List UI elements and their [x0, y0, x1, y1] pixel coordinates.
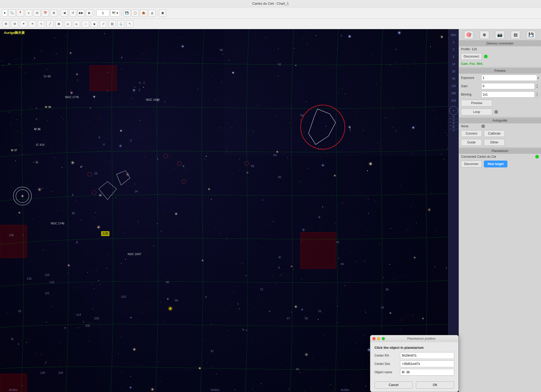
binning-down[interactable]: ▼: [535, 95, 539, 97]
time-input[interactable]: [96, 10, 109, 16]
new-target-button[interactable]: New target: [484, 161, 507, 167]
cursor-button[interactable]: ↖: [126, 20, 133, 28]
dialog-zoom-btn[interactable]: [382, 337, 385, 340]
anchor-button[interactable]: ⚓: [117, 20, 125, 28]
refresh-button[interactable]: ↺: [69, 9, 76, 17]
arrows-button[interactable]: ⤢: [100, 20, 107, 28]
fast-forward-button[interactable]: ▶▶: [77, 9, 85, 17]
gain-down[interactable]: ▼: [535, 86, 539, 89]
list-button[interactable]: ≡: [25, 9, 32, 17]
compass-n: N: [453, 116, 454, 118]
center-ra-input[interactable]: [400, 352, 454, 359]
share-button[interactable]: 📤: [140, 9, 147, 17]
search-button[interactable]: 🔍: [8, 9, 16, 17]
binning-input[interactable]: [481, 91, 535, 98]
panel-toolbar: 🎯 ⊕ 📷 ▤ 💾: [459, 29, 541, 41]
print-button[interactable]: 🖨: [148, 9, 156, 17]
scale-20[interactable]: 20: [452, 68, 455, 75]
dialog-cancel-button[interactable]: Cancel: [374, 381, 413, 389]
scale-310[interactable]: 310: [451, 97, 456, 104]
panel-toggle-button[interactable]: ▣: [159, 9, 166, 17]
compass-widget: ✛ N S E W ∶Z: [449, 106, 458, 132]
circle-button[interactable]: ○: [82, 20, 89, 28]
panel-save-btn[interactable]: 💾: [526, 31, 536, 39]
devices-header: Devices connection: [459, 41, 541, 46]
preview-button[interactable]: Preview: [461, 100, 492, 106]
exposure-input[interactable]: [481, 75, 537, 81]
wave-button[interactable]: ∿: [38, 20, 45, 28]
exposure-label: Exposure: [461, 76, 479, 80]
slash-button[interactable]: ╱: [46, 20, 54, 28]
dither-button[interactable]: Dither: [484, 139, 505, 146]
panel-target-btn[interactable]: 🎯: [464, 31, 474, 39]
scale-45[interactable]: 45: [452, 75, 455, 82]
scale-10[interactable]: 10: [452, 60, 455, 68]
grid-lines-button[interactable]: ⊟: [11, 20, 18, 28]
scale-2[interactable]: 2: [453, 46, 454, 53]
link-button[interactable]: ⛓: [108, 20, 116, 28]
calendar-button[interactable]: 📅: [42, 9, 49, 17]
scale-30m[interactable]: 30m: [451, 31, 456, 39]
copy-button[interactable]: 📋: [132, 9, 139, 17]
disconnect-button[interactable]: Disconnect: [461, 53, 482, 60]
center-dec-label: Center Dec: [374, 362, 398, 366]
profile-row: Profile: 118: [459, 46, 541, 52]
object-name-input[interactable]: [400, 369, 454, 376]
back-button[interactable]: ◀: [61, 9, 68, 17]
filled-square-button[interactable]: ■: [91, 20, 98, 28]
dialog-ok-button[interactable]: OK: [416, 381, 454, 389]
panel-table-btn[interactable]: ▤: [511, 31, 520, 39]
panel-camera-btn[interactable]: 📷: [495, 31, 505, 39]
scale-180[interactable]: 180: [451, 90, 456, 97]
dialog-close-btn[interactable]: [372, 337, 376, 340]
title-bar: Cartes du Ciel - Chart_1: [0, 0, 541, 7]
exposure-dropdown-arrow[interactable]: ▾: [538, 77, 539, 79]
devices-section: Devices connection Profile: 118 Disconne…: [459, 41, 541, 67]
forward-button[interactable]: ▶: [86, 9, 93, 17]
lines-button[interactable]: ≣: [50, 9, 57, 17]
planetarium-connected-label: Connected Cartes du Cie: [461, 155, 533, 159]
gain-input[interactable]: [481, 83, 535, 89]
disconnect-row: Disconnect: [459, 52, 541, 61]
divider1: [459, 67, 541, 67]
panel-crosshair-btn[interactable]: ⊕: [480, 31, 489, 39]
autoguider-calibrate-btn[interactable]: Calibrate: [484, 130, 505, 137]
profile-label: Profile: 118: [461, 47, 539, 51]
binning-up[interactable]: ▲: [535, 92, 539, 94]
gain-up[interactable]: ▲: [535, 84, 539, 86]
planetarium-dialog: Planetarium position Click the object in…: [370, 335, 459, 392]
planetarium-btn-row: Disconnec New target: [459, 160, 541, 168]
scale-5[interactable]: 5: [453, 53, 454, 60]
sep3: [121, 10, 122, 16]
binning-label: Binning: [461, 93, 479, 96]
center-ra-row: Center RA: [374, 352, 454, 359]
scale-120[interactable]: 120: [451, 82, 456, 90]
exposure-row: Exposure ▾: [459, 74, 541, 82]
autoguider-connect-btn[interactable]: Connect: [461, 130, 482, 137]
compass-circle: ✛: [449, 106, 458, 115]
dialog-content: Click the object in planetarium Center R…: [370, 342, 458, 379]
loop-button[interactable]: Loop: [461, 109, 492, 115]
dialog-minimize-btn[interactable]: [377, 337, 380, 340]
alpha-dot-button[interactable]: α.: [73, 20, 80, 28]
object-dropdown[interactable]: ▾: [2, 9, 7, 17]
compass-e: E: [449, 122, 458, 125]
grid-button[interactable]: ⊟: [33, 9, 41, 17]
guide-button[interactable]: Guide: [461, 139, 482, 146]
time-unit-dropdown[interactable]: 时 ▾: [110, 9, 120, 17]
location-button[interactable]: 📍: [17, 9, 24, 17]
sparkle-button[interactable]: ✳: [29, 20, 36, 28]
gain-stepper: ▲ ▼: [535, 84, 539, 89]
center-dec-input[interactable]: [400, 361, 454, 367]
dot-circle-button[interactable]: ◉: [55, 20, 63, 28]
save-img-button[interactable]: 💾: [123, 9, 131, 17]
scale-1[interactable]: 1: [453, 39, 454, 46]
object-name-row: Object name: [374, 369, 454, 376]
planetarium-disconnect-btn[interactable]: Disconnec: [461, 161, 482, 167]
exposure-control: ▾: [481, 75, 539, 81]
binning-stepper: ▲ ▼: [535, 92, 539, 97]
alpha-button[interactable]: α: [64, 20, 71, 28]
grid-view-button[interactable]: ⊞: [2, 20, 9, 28]
star-button[interactable]: ✦: [20, 20, 27, 28]
autoguider-section: Autoguider None Connect Calibrate Guide …: [459, 118, 541, 147]
